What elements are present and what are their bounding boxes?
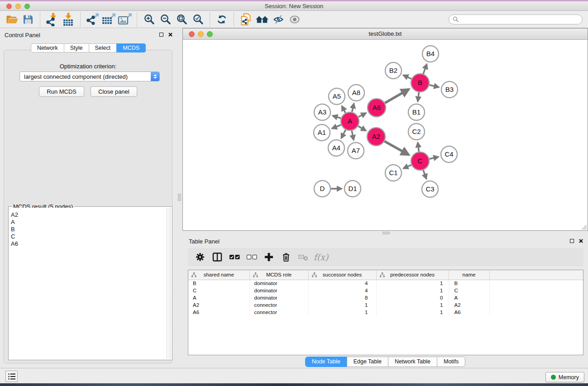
select-all-icon[interactable] xyxy=(227,250,242,264)
table-header-row[interactable]: shared nameMCDS rolesuccessor nodesprede… xyxy=(188,270,583,280)
graph-node-D1[interactable]: D1 xyxy=(344,181,361,197)
float-panel-icon[interactable] xyxy=(570,239,574,243)
graph-node-B4[interactable]: B4 xyxy=(422,46,439,62)
graph-node-C1[interactable]: C1 xyxy=(385,165,402,181)
mcds-result-list[interactable]: A2ABCA6 xyxy=(10,208,167,359)
table-cell[interactable]: C xyxy=(188,287,249,294)
criterion-dropdown[interactable]: largest connected component (directed) xyxy=(19,71,160,81)
float-panel-icon[interactable] xyxy=(159,33,163,37)
graph-edge-A-A8[interactable] xyxy=(352,104,354,112)
search-field[interactable] xyxy=(449,14,583,24)
duplicate-network-icon[interactable] xyxy=(238,12,254,27)
table-cell[interactable]: A xyxy=(188,294,249,301)
close-panel-button[interactable]: Close panel xyxy=(91,86,137,97)
table-cell[interactable]: 1 xyxy=(376,301,449,309)
tab-mcds[interactable]: MCDS xyxy=(116,43,146,52)
refresh-icon[interactable] xyxy=(214,12,230,27)
table-cell[interactable]: 1 xyxy=(308,301,376,309)
graph-node-A3[interactable]: A3 xyxy=(314,104,330,120)
table-cell[interactable]: connector xyxy=(249,309,308,316)
memory-button[interactable]: Memory xyxy=(545,372,584,382)
graph-node-C3[interactable]: C3 xyxy=(422,181,438,197)
table-row[interactable]: A2connector11A2 xyxy=(188,301,583,309)
result-item[interactable]: A xyxy=(10,219,167,226)
graph-node-A5[interactable]: A5 xyxy=(329,88,345,105)
table-row[interactable]: Bdominator41B xyxy=(188,280,583,287)
column-header-predecessor-nodes[interactable]: predecessor nodes xyxy=(376,270,449,280)
table-cell[interactable]: B xyxy=(188,280,249,287)
tab-edge-table[interactable]: Edge Table xyxy=(347,357,388,367)
table-cell[interactable]: C xyxy=(449,287,489,294)
export-image-icon[interactable] xyxy=(117,12,133,27)
graph-node-B2[interactable]: B2 xyxy=(385,62,402,79)
import-table-icon[interactable] xyxy=(60,12,76,27)
table-cell[interactable]: connector xyxy=(249,301,308,309)
table-cell[interactable]: A xyxy=(449,294,489,301)
table-cell[interactable]: A6 xyxy=(449,309,489,316)
table-cell[interactable] xyxy=(489,280,583,287)
tab-motifs[interactable]: Motifs xyxy=(437,357,465,367)
table-cell[interactable]: B xyxy=(449,280,489,287)
network-canvas[interactable]: B4B2BB3A5A8A3A6B1AA1C2A2A4A7CC4C1C3DD1 xyxy=(183,40,588,230)
resize-grip-icon[interactable] xyxy=(580,223,587,230)
graph-edge-A6-B[interactable] xyxy=(385,89,409,103)
table-cell[interactable]: 1 xyxy=(376,309,449,316)
graph-node-B[interactable]: B xyxy=(411,74,429,92)
result-item[interactable]: A6 xyxy=(10,240,167,248)
column-view-icon[interactable] xyxy=(210,250,225,264)
zoom-fit-icon[interactable] xyxy=(173,12,190,27)
table-cell[interactable]: dominator xyxy=(249,280,308,287)
node-table[interactable]: shared nameMCDS rolesuccessor nodesprede… xyxy=(188,270,583,355)
horizontal-splitter[interactable] xyxy=(182,231,588,235)
table-cell[interactable] xyxy=(489,287,583,294)
task-history-button[interactable] xyxy=(5,371,18,382)
table-cell[interactable]: A2 xyxy=(449,301,489,309)
settings-gear-icon[interactable] xyxy=(192,250,208,264)
graph-node-A6[interactable]: A6 xyxy=(368,99,386,117)
table-cell[interactable]: 0 xyxy=(376,294,449,301)
graph-edge-C-C1[interactable] xyxy=(403,165,411,168)
graph-edge-A-A5[interactable] xyxy=(342,106,345,113)
tab-select[interactable]: Select xyxy=(89,43,117,52)
tab-network[interactable]: Network xyxy=(31,43,64,52)
export-table-icon[interactable] xyxy=(100,12,117,27)
table-cell[interactable]: 1 xyxy=(376,280,449,287)
eye-icon[interactable] xyxy=(287,12,303,27)
table-cell[interactable]: 4 xyxy=(308,287,376,294)
add-column-icon[interactable] xyxy=(261,250,277,264)
table-row[interactable]: Cdominator41C xyxy=(188,287,583,294)
table-cell[interactable]: dominator xyxy=(249,287,308,294)
open-folder-icon[interactable] xyxy=(4,12,20,27)
graph-edge-A-A1[interactable] xyxy=(332,125,341,129)
table-cell[interactable]: 8 xyxy=(308,294,376,301)
home-view-icon[interactable] xyxy=(254,12,270,27)
graph-edge-A-A2[interactable] xyxy=(358,126,366,131)
table-cell[interactable]: 1 xyxy=(308,309,376,316)
graph-node-A2[interactable]: A2 xyxy=(367,128,385,146)
network-window-titlebar[interactable]: testGlobe.txt xyxy=(183,29,588,40)
table-cell[interactable] xyxy=(489,301,583,309)
graph-edge-B-B3[interactable] xyxy=(429,85,439,87)
toggle-graphics-icon[interactable] xyxy=(270,12,287,27)
table-cell[interactable] xyxy=(489,309,583,316)
table-cell[interactable]: 1 xyxy=(376,287,449,294)
graph-node-B1[interactable]: B1 xyxy=(408,104,425,120)
graph-node-B3[interactable]: B3 xyxy=(441,81,458,98)
tab-style[interactable]: Style xyxy=(64,43,89,52)
import-network-icon[interactable] xyxy=(44,12,60,27)
table-cell[interactable]: A6 xyxy=(188,309,249,316)
graph-edge-C-C4[interactable] xyxy=(429,157,438,159)
result-item[interactable]: B xyxy=(10,226,167,233)
export-network-icon[interactable] xyxy=(84,12,100,27)
column-header-successor-nodes[interactable]: successor nodes xyxy=(308,270,376,280)
result-item[interactable]: A2 xyxy=(10,211,167,219)
table-row[interactable]: Adominator80A xyxy=(188,294,583,301)
splitter-grip[interactable] xyxy=(382,232,390,234)
graph-node-A7[interactable]: A7 xyxy=(348,143,364,159)
tab-network-table[interactable]: Network Table xyxy=(388,357,437,367)
graph-edge-C-C3[interactable] xyxy=(423,170,426,179)
run-mcds-button[interactable]: Run MCDS xyxy=(39,86,84,97)
graph-node-C2[interactable]: C2 xyxy=(408,124,425,140)
graph-edge-A-A7[interactable] xyxy=(352,131,354,140)
search-input[interactable] xyxy=(461,16,578,23)
